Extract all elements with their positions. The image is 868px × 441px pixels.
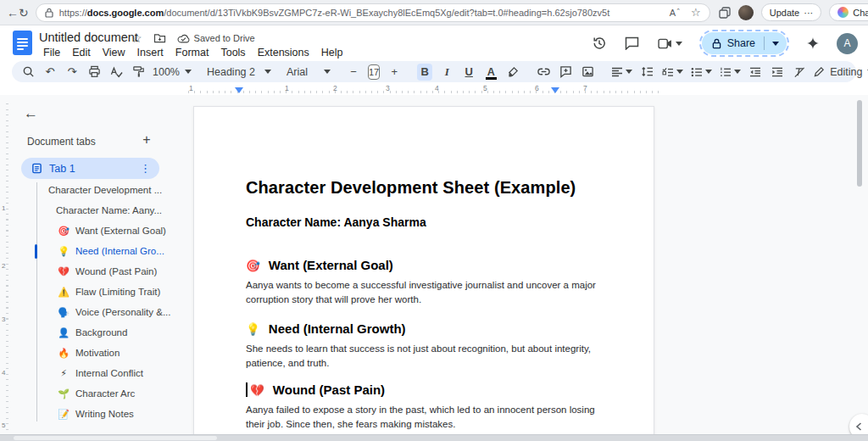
document-page[interactable]: Character Development Sheet (Example) Ch… xyxy=(193,106,654,441)
doc-paragraph-want[interactable]: Aanya wants to become a successful inves… xyxy=(246,278,606,306)
tab-item-tab1[interactable]: Tab 1 ⋮ xyxy=(21,158,159,179)
checklist-select[interactable] xyxy=(661,64,683,81)
browser-update-button[interactable]: Update··· xyxy=(761,3,821,21)
numbered-list-select[interactable] xyxy=(719,64,741,81)
doc-heading-character-name[interactable]: Character Name: Aanya Sharma xyxy=(246,215,426,229)
add-comment-icon[interactable] xyxy=(558,64,573,81)
join-call-icon[interactable] xyxy=(656,34,685,53)
address-bar[interactable]: https://docs.google.com/document/d/13TiV… xyxy=(36,3,710,22)
text-color-button[interactable]: A xyxy=(483,64,498,81)
font-select[interactable]: Arial xyxy=(287,66,331,78)
toolbar: ↶ ↷ 100% Heading 2 Arial − 17 + B I U A xyxy=(0,61,868,83)
clear-formatting-icon[interactable] xyxy=(792,64,807,81)
horizontal-scrollbar[interactable] xyxy=(14,436,217,440)
add-tab-button[interactable]: + xyxy=(138,132,155,148)
tab-options-icon[interactable]: ⋮ xyxy=(140,162,151,175)
google-docs-logo[interactable] xyxy=(13,31,32,55)
text-cursor xyxy=(246,382,248,397)
outline-item-writing-notes[interactable]: 📝Writing Notes xyxy=(0,404,188,424)
menu-view[interactable]: View xyxy=(97,46,131,59)
memo-emoji-icon: 📝 xyxy=(58,409,70,420)
browser-profile-avatar[interactable] xyxy=(738,5,754,20)
vertical-scrollbar[interactable] xyxy=(857,100,862,187)
menu-file[interactable]: File xyxy=(37,46,66,59)
outline-item-internal-conflict[interactable]: ⚡Internal Conflict xyxy=(0,363,188,383)
browser-back-icon[interactable]: ← xyxy=(7,6,19,20)
insert-image-icon[interactable] xyxy=(580,64,595,81)
document-title[interactable]: Untitled document xyxy=(39,31,138,44)
browser-refresh-icon[interactable]: ↻ xyxy=(19,6,29,20)
outline-item-voice[interactable]: 🗣️Voice (Personality &... xyxy=(0,302,188,322)
insert-link-icon[interactable] xyxy=(536,64,551,81)
align-select[interactable] xyxy=(610,64,632,81)
spellcheck-icon[interactable] xyxy=(108,64,124,81)
doc-heading-want[interactable]: 🎯 Want (External Goal) xyxy=(246,258,609,272)
font-size-input[interactable]: 17 xyxy=(368,64,380,80)
read-aloud-icon[interactable]: A⌃ xyxy=(670,8,681,18)
menu-insert[interactable]: Insert xyxy=(131,46,170,59)
left-indent-marker[interactable] xyxy=(235,87,243,93)
italic-button[interactable]: I xyxy=(439,64,454,81)
outline-item-character-name[interactable]: Character Name: Aany... xyxy=(0,200,188,220)
outline-item-wound[interactable]: 💔Wound (Past Pain) xyxy=(0,261,188,282)
doc-heading-wound[interactable]: 💔 Wound (Past Pain) xyxy=(246,382,609,397)
doc-heading-title[interactable]: Character Development Sheet (Example) xyxy=(246,178,576,198)
outline-item-character-arc[interactable]: 🌱Character Arc xyxy=(0,383,188,404)
horizontal-ruler[interactable]: 1 1 2 3 4 5 6 7 xyxy=(0,83,868,95)
doc-paragraph-need[interactable]: She needs to learn that success is not j… xyxy=(246,342,606,370)
favorite-star-icon[interactable]: ☆ xyxy=(691,6,701,19)
menu-bar: File Edit View Insert Format Tools Exten… xyxy=(37,46,349,59)
menu-edit[interactable]: Edit xyxy=(66,46,97,59)
doc-heading-need[interactable]: 💡 Need (Internal Growth) xyxy=(246,321,609,336)
browser-chat-button[interactable]: Chat xyxy=(829,3,868,21)
outline-item-motivation[interactable]: 🔥Motivation xyxy=(0,343,188,363)
redo-icon[interactable]: ↷ xyxy=(64,64,80,81)
paint-format-icon[interactable] xyxy=(131,64,146,81)
version-history-icon[interactable] xyxy=(590,34,609,53)
outline-item-want[interactable]: 🎯Want (External Goal) xyxy=(0,220,188,241)
doc-paragraph-wound[interactable]: Aanya failed to expose a story in the pa… xyxy=(246,403,606,431)
comment-history-icon[interactable] xyxy=(623,34,642,53)
menu-extensions[interactable]: Extensions xyxy=(252,46,315,59)
site-permissions-icon[interactable] xyxy=(45,8,53,18)
share-button[interactable]: Share xyxy=(702,37,764,49)
search-menus-icon[interactable] xyxy=(20,64,36,81)
right-indent-marker[interactable] xyxy=(551,87,559,93)
broken-heart-emoji-icon: 💔 xyxy=(250,383,264,397)
increase-indent-icon[interactable] xyxy=(770,64,785,81)
share-dropdown-caret[interactable] xyxy=(765,42,787,46)
paragraph-style-select[interactable]: Heading 2 xyxy=(207,66,271,78)
account-avatar[interactable]: A xyxy=(837,33,858,54)
decrease-font-size-button[interactable]: − xyxy=(346,64,361,81)
outline-item-background[interactable]: 👤Background xyxy=(0,322,188,343)
menu-tools[interactable]: Tools xyxy=(214,46,251,59)
undo-icon[interactable]: ↶ xyxy=(42,64,58,81)
zoom-select[interactable]: 100% xyxy=(153,66,192,78)
doc-section-wound[interactable]: 💔 Wound (Past Pain) Aanya failed to expo… xyxy=(246,382,609,431)
line-spacing-icon[interactable] xyxy=(639,64,654,81)
call-dropdown-caret[interactable] xyxy=(676,42,682,46)
star-document-icon[interactable]: ☆ xyxy=(131,31,142,45)
underline-button[interactable]: U xyxy=(461,64,476,81)
decrease-indent-icon[interactable] xyxy=(748,64,763,81)
bulleted-list-select[interactable] xyxy=(690,64,712,81)
collections-icon[interactable] xyxy=(719,7,731,19)
doc-section-need[interactable]: 💡 Need (Internal Growth) She needs to le… xyxy=(246,321,609,370)
lightning-emoji-icon: ⚡ xyxy=(58,368,70,379)
menu-help[interactable]: Help xyxy=(315,46,349,59)
outline-item-need[interactable]: 💡Need (Internal Gro... xyxy=(0,241,188,261)
doc-section-want[interactable]: 🎯 Want (External Goal) Aanya wants to be… xyxy=(246,258,609,306)
move-to-folder-icon[interactable] xyxy=(153,33,166,43)
print-icon[interactable] xyxy=(86,64,102,81)
outline-item-title[interactable]: Character Development ... xyxy=(0,180,188,200)
saved-status[interactable]: Saved to Drive xyxy=(177,33,255,43)
outline-item-flaw[interactable]: ⚠️Flaw (Limiting Trait) xyxy=(0,282,188,302)
bold-button[interactable]: B xyxy=(417,64,432,81)
gemini-icon[interactable] xyxy=(804,34,822,53)
menu-format[interactable]: Format xyxy=(170,46,215,59)
editing-mode-select[interactable]: Editing xyxy=(814,66,868,78)
highlight-color-icon[interactable] xyxy=(505,64,520,81)
increase-font-size-button[interactable]: + xyxy=(387,64,402,81)
close-tabs-panel-icon[interactable]: ← xyxy=(24,105,38,122)
document-tabs-title: Document tabs xyxy=(27,136,96,148)
